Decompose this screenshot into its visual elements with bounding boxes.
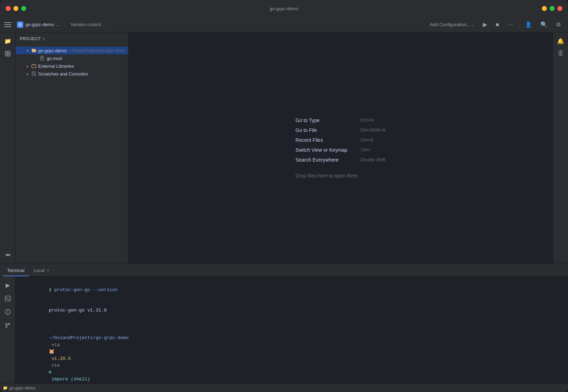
sidebar-icon-structure[interactable] <box>2 48 13 59</box>
go-ver-1: v1.20.6 <box>49 356 71 361</box>
run-icon: ▶ <box>483 21 487 28</box>
action-switch-view[interactable]: Switch View or Keymap Ctrl+` <box>296 147 386 153</box>
profile-button[interactable]: 👤 <box>522 20 535 29</box>
goto-file-shortcut: Ctrl+Shift+N <box>361 127 386 133</box>
svg-rect-2 <box>5 54 7 56</box>
file-tree-content: go-grpc-demo ~/GolandProjects/go-grpc-de… <box>16 45 128 264</box>
expand-arrow-ext-libs[interactable] <box>25 64 30 68</box>
term-line-1: ❯ protoc-gen-go --version <box>21 279 562 300</box>
file-icon-gomod <box>40 55 45 61</box>
svg-point-16 <box>7 313 8 314</box>
right-sidebar-database[interactable]: 🗄 <box>555 48 566 59</box>
structure-icon <box>5 50 11 57</box>
database-icon: 🗄 <box>558 50 563 57</box>
action-search-everywhere[interactable]: Search Everywhere Double Shift <box>296 157 386 163</box>
profile-icon: 👤 <box>525 21 532 28</box>
sidebar-icon-more[interactable]: ••• <box>2 249 13 261</box>
goto-file-label: Go to File <box>296 127 352 133</box>
tree-item-root[interactable]: go-grpc-demo ~/GolandProjects/go-grpc-de… <box>16 47 128 54</box>
terminal-run-icon[interactable]: ▶ <box>2 279 13 291</box>
right-green-light[interactable] <box>550 6 555 11</box>
terminal-git-icon[interactable] <box>2 320 13 331</box>
window-title: go-grpc-demo <box>270 6 298 11</box>
tree-item-external-libs[interactable]: External Libraries <box>16 62 128 70</box>
tab-local-close[interactable]: ✕ <box>47 268 50 273</box>
toolbar-separator-1 <box>65 21 65 28</box>
terminal-warn-icon[interactable] <box>2 306 13 318</box>
svg-rect-9 <box>32 72 35 76</box>
terminal-content[interactable]: ❯ protoc-gen-go --version protoc-gen-go … <box>16 277 568 384</box>
go-mod-label: go.mod <box>47 56 62 61</box>
terminal-cmd-icon[interactable] <box>2 293 13 304</box>
ext-libs-icon <box>31 63 37 69</box>
folder-icon: 📁 <box>4 38 11 44</box>
right-sidebar-bell[interactable]: 🔔 <box>555 35 566 47</box>
svg-rect-4 <box>41 56 43 60</box>
via-2: via <box>49 363 63 368</box>
maximize-button[interactable] <box>21 6 26 11</box>
prompt-1: ❯ <box>49 287 54 293</box>
run-button[interactable]: ▶ <box>480 20 490 29</box>
tab-terminal[interactable]: Terminal <box>3 265 29 276</box>
expand-arrow-scratches[interactable] <box>25 72 30 76</box>
version-control-button[interactable]: Version control <box>68 20 108 29</box>
settings-button[interactable]: ⚙ <box>553 20 564 29</box>
close-button[interactable] <box>6 6 11 11</box>
stop-button[interactable]: ■ <box>493 20 502 29</box>
recent-files-label: Recent Files <box>296 137 352 143</box>
vc-chevron-icon <box>102 22 105 27</box>
add-configuration-button[interactable]: Add Configuration... <box>427 20 477 29</box>
search-everywhere-label: Search Everywhere <box>296 157 352 163</box>
right-red-light[interactable] <box>557 6 562 11</box>
svg-rect-0 <box>5 51 7 53</box>
expand-arrow-root[interactable] <box>25 48 30 53</box>
right-yellow-light[interactable] <box>542 6 547 11</box>
add-config-chevron-icon <box>472 22 474 27</box>
main-content: 📁 ••• Project ∨ <box>0 32 568 264</box>
term-line-2: protoc-gen-go v1.31.0 <box>21 300 562 321</box>
app-window: go-grpc-demo G go-grpc-demo Version cont… <box>0 0 568 392</box>
hamburger-menu-button[interactable] <box>4 21 11 28</box>
status-project-icon: 📁 go-grpc-demo <box>3 386 36 391</box>
editor-area: Go to Type Ctrl+N Go to File Ctrl+Shift+… <box>129 32 552 264</box>
goto-type-shortcut: Ctrl+N <box>361 117 374 123</box>
tree-item-go-mod[interactable]: go.mod <box>16 54 128 62</box>
bell-icon: 🔔 <box>557 38 564 44</box>
tree-item-scratches[interactable]: Scratches and Consoles <box>16 70 128 78</box>
project-header-label: Project <box>20 36 41 41</box>
right-traffic-lights <box>542 6 562 11</box>
svg-rect-3 <box>8 54 10 56</box>
switch-view-shortcut: Ctrl+` <box>361 147 372 152</box>
terminal-prompt-icon <box>5 295 11 302</box>
file-tree-header: Project ∨ <box>16 32 128 45</box>
tab-local-label: Local <box>34 268 45 273</box>
project-dropdown-button[interactable]: G go-grpc-demo <box>14 20 62 29</box>
left-sidebar: 📁 ••• <box>0 32 16 264</box>
term-blank-1 <box>21 321 562 328</box>
editor-main: Go to Type Ctrl+N Go to File Ctrl+Shift+… <box>129 32 552 264</box>
tab-local[interactable]: Local ✕ <box>29 265 54 276</box>
sidebar-icon-folder[interactable]: 📁 <box>2 35 13 47</box>
right-sidebar: 🔔 🗄 <box>552 32 568 264</box>
status-folder-icon: 📁 <box>3 386 8 390</box>
more-vertical-icon: ••• <box>5 252 10 259</box>
path-1: ~/GolandProjects/go-grpc-demo <box>49 335 129 340</box>
goto-type-label: Go to Type <box>296 117 352 123</box>
titlebar-right <box>542 6 562 11</box>
tab-terminal-label: Terminal <box>7 268 24 273</box>
titlebar: go-grpc-demo <box>0 0 568 17</box>
switch-view-label: Switch View or Keymap <box>296 147 352 153</box>
action-recent-files[interactable]: Recent Files Ctrl+E <box>296 137 386 143</box>
search-button[interactable]: 🔍 <box>538 20 550 29</box>
file-tree-panel: Project ∨ go-grpc-demo ~/GolandProjects/… <box>16 32 129 264</box>
minimize-button[interactable] <box>13 6 18 11</box>
window-controls <box>6 6 26 11</box>
action-goto-type[interactable]: Go to Type Ctrl+N <box>296 117 386 123</box>
more-button[interactable]: ⋯ <box>505 20 516 29</box>
run-circle-icon: ▶ <box>6 282 10 289</box>
stop-icon: ■ <box>496 22 499 28</box>
project-chevron-icon <box>56 22 59 27</box>
folder-icon-root <box>31 48 37 53</box>
action-goto-file[interactable]: Go to File Ctrl+Shift+N <box>296 127 386 133</box>
drop-files-hint: Drop files here to open them <box>296 173 386 179</box>
